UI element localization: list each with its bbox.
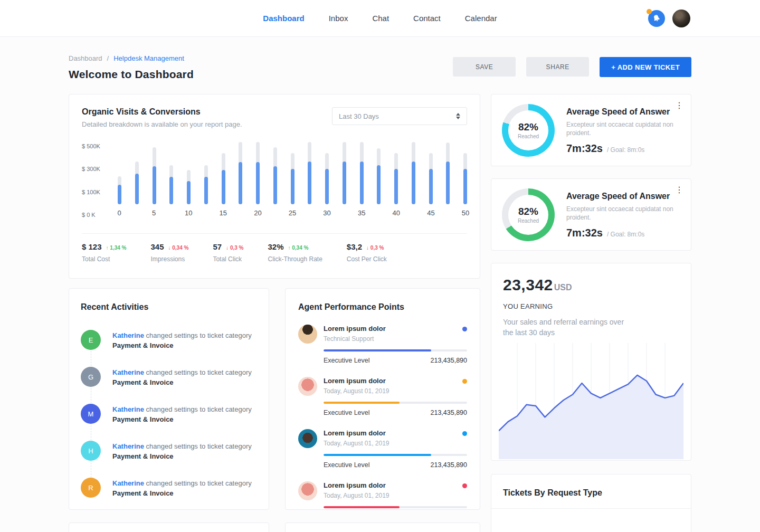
activity-item: GKatherine changed settings to ticket ca… [81, 367, 257, 387]
activity-item: HKatherine changed settings to ticket ca… [81, 441, 257, 461]
agent-level-label: Executive Level [324, 357, 370, 364]
trend-down-icon: ↓ 0,34 % [168, 245, 189, 251]
stat-top: $ 123↑ 1,34 % [82, 242, 126, 251]
bar-group [446, 141, 450, 204]
activity-timeline: EKatherine changed settings to ticket ca… [81, 330, 257, 498]
tickets-chart-area [491, 509, 691, 532]
bar-conversion [308, 162, 311, 204]
kebab-menu-icon[interactable]: ⋮ [675, 186, 683, 194]
bar-group [394, 141, 398, 204]
organic-bar-chart: $ 500K$ 300K$ 100K$ 0 K 0510152025303540… [82, 141, 467, 220]
date-range-value: Last 30 Days [339, 112, 379, 120]
agent-avatar [298, 377, 317, 396]
x-tick-label: 25 [289, 209, 296, 217]
activity-item: EKatherine changed settings to ticket ca… [81, 330, 257, 350]
bar-conversion [446, 162, 450, 204]
activity-user-link[interactable]: Katherine [112, 442, 144, 450]
kebab-menu-icon[interactable]: ⋮ [675, 102, 683, 109]
bar-group [291, 141, 294, 204]
agent-row: Lorem ipsum dolorToday, August 01, 2019E… [298, 377, 467, 416]
bar-conversion [153, 166, 156, 204]
user-avatar[interactable] [672, 10, 690, 27]
agent-row-head: Lorem ipsum dolorTechnical Support [298, 325, 467, 344]
organic-visits-card: Organic Visits & Conversions Detailed br… [69, 94, 480, 279]
letter-avatar: G [81, 367, 101, 387]
activity-item: RKatherine changed settings to ticket ca… [81, 478, 257, 498]
activity-item: MKatherine changed settings to ticket ca… [81, 404, 257, 424]
bar-group [360, 141, 364, 204]
nav-item-contact[interactable]: Contact [413, 14, 441, 23]
bar-conversion [118, 185, 121, 204]
x-tick-label: 45 [427, 209, 434, 217]
agent-avatar [298, 429, 317, 448]
activity-user-link[interactable]: Katherine [112, 368, 144, 376]
asa-title: Average Speed of Answer [566, 107, 687, 117]
bar-group [222, 141, 225, 204]
activity-category: Payment & Invoice [112, 341, 174, 349]
bar-conversion [394, 169, 398, 204]
activity-user-link[interactable]: Katherine [112, 405, 144, 413]
agent-status-dot [462, 431, 467, 436]
breadcrumb-current[interactable]: Helpdesk Management [113, 54, 184, 62]
bar-group [118, 141, 121, 204]
agent-points-value: 213,435,890 [430, 357, 467, 364]
agent-subtitle: Today, August 01, 2019 [324, 492, 462, 499]
nav-item-calendar[interactable]: Calendar [465, 14, 497, 23]
x-tick-label: 40 [393, 209, 400, 217]
x-tick-label: 0 [117, 209, 121, 217]
asa-time: 7m:32s [566, 142, 603, 155]
trend-up-icon: ↑ 1,34 % [106, 245, 127, 251]
recent-activities-title: Recent Activities [81, 302, 257, 312]
asa-description: Excepteur sint occaecat cupidatat non pr… [566, 205, 687, 222]
tickets-card-title: Tickets By Request Type [503, 488, 679, 498]
x-tick-label: 10 [185, 209, 192, 217]
bar-chart-x-axis: 05101520253035404550 [119, 209, 466, 220]
agent-progress-fill [324, 402, 400, 404]
add-new-ticket-button[interactable]: + ADD NEW TICKET [600, 57, 691, 77]
agent-points-value: 213,435,890 [430, 409, 467, 416]
nav-item-dashboard[interactable]: Dashboard [263, 14, 304, 23]
donut-percent: 82% [518, 206, 538, 217]
bar-conversion [360, 162, 364, 204]
breadcrumb-root[interactable]: Dashboard [69, 54, 102, 62]
stat-label: Total Cost [82, 255, 126, 263]
earnings-area-chart [499, 341, 683, 461]
bar-conversion [273, 166, 277, 204]
bar-conversion [222, 170, 225, 204]
notification-button[interactable] [648, 10, 665, 27]
earnings-description: Your sales and referral earnings over th… [503, 317, 635, 338]
agent-progress-track [324, 349, 467, 352]
agent-identity: Lorem ipsum dolorTechnical Support [324, 325, 462, 343]
activity-category: Payment & Invoice [112, 378, 174, 386]
agent-status-dot [462, 379, 467, 384]
share-button[interactable]: SHARE [526, 57, 589, 77]
agent-rows: Lorem ipsum dolorTechnical SupportExecut… [298, 325, 467, 510]
agent-identity: Lorem ipsum dolorToday, August 01, 2019 [324, 377, 462, 395]
stat-item: $ 123↑ 1,34 %Total Cost [82, 242, 126, 263]
donut-reached-label: Reached [518, 134, 539, 139]
date-range-select[interactable]: Last 30 Days [332, 107, 467, 125]
x-tick-label: 50 [462, 209, 469, 217]
donut-reached-label: Reached [518, 218, 539, 224]
save-button[interactable]: SAVE [453, 57, 516, 77]
x-tick-label: 30 [323, 209, 330, 217]
bar-conversion [169, 177, 173, 204]
nav-item-chat[interactable]: Chat [372, 14, 389, 23]
x-tick-label: 5 [152, 209, 156, 217]
agent-progress-track [324, 454, 467, 456]
asa-time: 7m:32s [566, 227, 603, 239]
stat-label: Cost Per Click [347, 255, 387, 263]
activity-user-link[interactable]: Katherine [112, 479, 144, 487]
activity-category: Payment & Invoice [112, 415, 174, 423]
trend-down-icon: ↓ 0,3 % [366, 245, 384, 251]
agent-points-value: 213,435,890 [430, 461, 467, 469]
stat-top: $3,2↓ 0,3 % [347, 242, 387, 251]
bar-conversion [187, 181, 191, 204]
bar-conversion [256, 162, 260, 204]
agent-name: Lorem ipsum dolor [324, 481, 462, 489]
select-arrows-icon [456, 113, 460, 119]
activity-user-link[interactable]: Katherine [112, 331, 144, 339]
bar-conversion [412, 162, 415, 204]
nav-item-inbox[interactable]: Inbox [329, 14, 348, 23]
earnings-amount: 23,342 [503, 276, 553, 294]
